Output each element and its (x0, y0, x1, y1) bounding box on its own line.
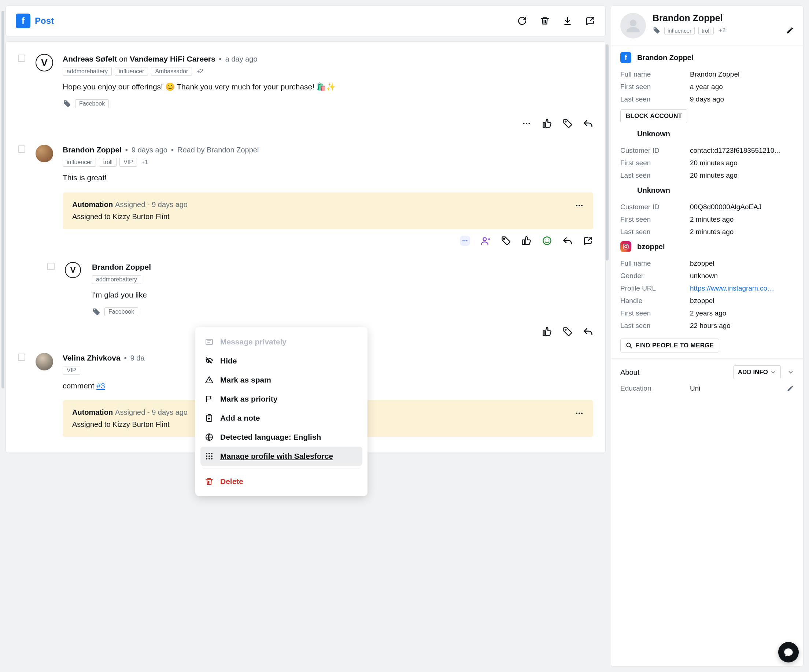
open-icon[interactable] (585, 16, 596, 26)
select-checkbox[interactable] (18, 146, 25, 153)
svg-point-24 (211, 453, 213, 454)
emoji-icon[interactable] (542, 235, 552, 246)
author-tag[interactable]: influencer (63, 158, 96, 167)
feed: V Andreas Søfelt on Vandemay HiFi Career… (5, 41, 606, 453)
author-tags: addmorebattery (92, 275, 593, 284)
svg-point-11 (504, 238, 505, 239)
select-checkbox[interactable] (47, 263, 55, 270)
like-icon[interactable] (542, 118, 552, 129)
about-title: About (620, 368, 733, 377)
author-tag[interactable]: VIP (119, 158, 137, 167)
svg-point-0 (523, 123, 524, 124)
svg-point-22 (206, 453, 207, 454)
automation-meta: Assigned - 9 days ago (115, 408, 188, 416)
post-tag[interactable]: Facebook (75, 99, 109, 108)
select-checkbox[interactable] (18, 354, 25, 361)
svg-point-14 (548, 239, 549, 240)
menu-delete[interactable]: Delete (200, 472, 363, 491)
refresh-icon[interactable] (517, 16, 527, 26)
svg-point-12 (543, 237, 551, 244)
more-icon[interactable] (575, 201, 584, 210)
page-logo: V (35, 54, 53, 71)
menu-add-note[interactable]: Add a note (200, 408, 363, 428)
post-time: 9 da (131, 354, 145, 362)
menu-separator (203, 469, 360, 469)
chevron-down-icon[interactable] (787, 369, 794, 376)
author-name[interactable]: Brandon Zoppel (92, 263, 151, 271)
svg-point-18 (581, 413, 582, 414)
menu-manage-salesforce[interactable]: Manage profile with Salesforce (200, 447, 363, 466)
identity-label: Brandon Zoppel (637, 54, 693, 62)
select-checkbox[interactable] (18, 55, 25, 62)
profile-tag[interactable]: influencer (664, 27, 695, 34)
tag-action-icon[interactable] (562, 118, 573, 129)
svg-point-8 (465, 240, 466, 241)
reply-icon[interactable] (562, 235, 573, 246)
reply-icon[interactable] (583, 118, 593, 129)
automation-body: Assigned to Kizzy Burton Flint (72, 213, 584, 221)
more-icon[interactable] (521, 118, 532, 129)
tag-icon (653, 26, 661, 34)
download-icon[interactable] (562, 16, 573, 26)
svg-point-29 (208, 458, 210, 459)
post-text: This is great! (63, 172, 593, 183)
svg-point-5 (579, 205, 580, 206)
note-icon (204, 413, 214, 423)
facebook-icon: f (16, 13, 30, 28)
author-tag[interactable]: Ambassador (151, 67, 192, 76)
author-tag[interactable]: troll (99, 158, 116, 167)
edit-icon[interactable] (787, 385, 794, 392)
svg-point-28 (206, 458, 207, 459)
author-name[interactable]: Andreas Søfelt (63, 55, 117, 63)
chat-fab[interactable] (778, 642, 799, 662)
reply-icon[interactable] (583, 326, 593, 337)
svg-point-4 (576, 205, 577, 206)
author-tag-more[interactable]: +2 (195, 67, 205, 76)
author-name[interactable]: Brandon Zoppel (63, 146, 122, 154)
delete-icon[interactable] (540, 16, 550, 26)
open-icon[interactable] (583, 235, 593, 246)
author-tag[interactable]: addmorebattery (63, 67, 112, 76)
instagram-icon (620, 241, 631, 252)
profile-name: Brandon Zoppel (653, 13, 794, 24)
tag-action-icon[interactable] (501, 235, 511, 246)
page-scroll-thumb[interactable] (2, 11, 4, 388)
more-icon[interactable] (460, 235, 470, 246)
more-icon[interactable] (575, 409, 584, 418)
identity-label: Unknown (637, 130, 670, 138)
block-account-button[interactable]: BLOCK ACCOUNT (620, 109, 687, 123)
page-name[interactable]: Vandemay HiFi Careers (130, 55, 215, 63)
author-tag[interactable]: influencer (115, 67, 148, 76)
hash-link[interactable]: #3 (96, 381, 105, 390)
profile-tag-more[interactable]: +2 (717, 26, 727, 34)
scroll-thumb[interactable] (606, 44, 609, 260)
edit-icon[interactable] (786, 26, 794, 34)
tag-icon (63, 99, 71, 108)
post-time: a day ago (225, 55, 258, 63)
assign-icon[interactable] (480, 235, 491, 246)
globe-icon (204, 432, 214, 442)
avatar (620, 13, 646, 39)
menu-detected-language[interactable]: Detected language: English (200, 428, 363, 447)
author-tag[interactable]: addmorebattery (92, 275, 141, 284)
automation-title: Automation (72, 408, 113, 416)
profile-tag[interactable]: troll (698, 27, 714, 34)
author-tag-more[interactable]: +1 (140, 158, 149, 166)
tag-action-icon[interactable] (562, 326, 573, 337)
author-name[interactable]: Velina Zhivkova (63, 354, 121, 362)
apps-icon (204, 451, 214, 461)
find-merge-button[interactable]: FIND PEOPLE TO MERGE (620, 339, 719, 353)
menu-mark-spam[interactable]: Mark as spam (200, 370, 363, 390)
profile-url-link[interactable]: https://www.instagram.co… (690, 284, 774, 292)
like-icon[interactable] (521, 235, 532, 246)
add-info-button[interactable]: ADD INFO (733, 365, 781, 379)
menu-hide[interactable]: Hide (200, 351, 363, 370)
menu-mark-priority[interactable]: Mark as priority (200, 390, 363, 408)
svg-point-1 (526, 123, 527, 124)
avatar (35, 353, 53, 370)
like-icon[interactable] (542, 326, 552, 337)
post: V Andreas Søfelt on Vandemay HiFi Career… (18, 54, 593, 129)
svg-point-25 (206, 455, 207, 457)
post-tag[interactable]: Facebook (104, 307, 138, 316)
author-tag[interactable]: VIP (63, 366, 80, 375)
